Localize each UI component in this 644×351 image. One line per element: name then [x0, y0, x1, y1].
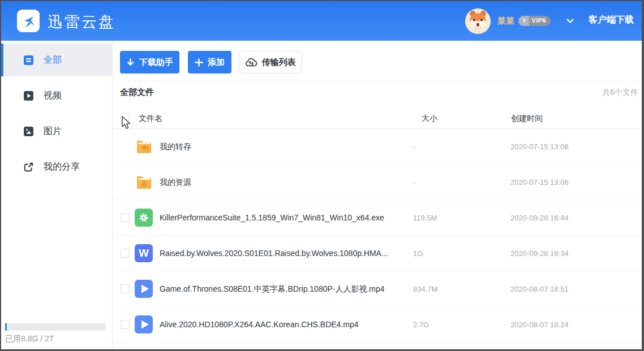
row-checkbox[interactable]	[121, 320, 130, 329]
row-checkbox[interactable]	[121, 284, 130, 293]
file-name[interactable]: Alive.2020.HD1080P.X264.AAC.Korean.CHS.B…	[160, 307, 359, 343]
folder-transfer-icon	[135, 137, 153, 156]
sidebar-item-share[interactable]: 我的分享	[1, 150, 112, 183]
user-menu[interactable]: 菜菜 V VIP6	[465, 1, 574, 41]
user-avatar[interactable]	[465, 8, 491, 34]
cloud-transfer-icon	[245, 57, 257, 67]
client-download-link[interactable]: 客户端下载	[589, 14, 634, 26]
file-name[interactable]: 我的转存	[160, 129, 191, 164]
storage-usage: 已用8.8G / 2T	[5, 323, 105, 344]
file-size: 2.7G	[413, 307, 429, 343]
video-play-icon	[135, 280, 153, 298]
vip-badge[interactable]: V VIP6	[518, 16, 551, 26]
share-icon	[24, 162, 33, 172]
column-header-name: 文件名	[139, 114, 162, 124]
sidebar-item-label: 全部	[44, 54, 62, 66]
plus-icon	[195, 58, 203, 67]
table-row[interactable]: 我的资源 - 2020-07-15 13:06	[113, 164, 642, 200]
file-section-header: 全部文件 共6个文件	[113, 86, 642, 99]
xunlei-cloud-drive-window: 迅雷云盘 菜菜 V VI	[0, 0, 644, 351]
file-size: -	[413, 129, 415, 164]
table-row[interactable]: 我的转存 - 2020-07-15 13:06	[113, 129, 642, 164]
table-row[interactable]: Alive.2020.HD1080P.X264.AAC.Korean.CHS.B…	[113, 307, 642, 343]
storage-text: 已用8.8G / 2T	[5, 334, 105, 344]
transfer-list-label: 传输列表	[262, 57, 296, 68]
sidebar-item-all[interactable]: 全部	[1, 44, 112, 76]
file-name[interactable]: Raised.by.Wolves.2020.S01E01.Raised.by.W…	[160, 236, 388, 271]
file-created: 2020-07-15 13:06	[510, 129, 569, 164]
app-title: 迅雷云盘	[48, 12, 115, 32]
file-size: -	[413, 164, 415, 200]
file-created: 2020-07-15 13:06	[510, 164, 569, 200]
username: 菜菜	[497, 16, 514, 27]
sidebar-item-label: 我的分享	[44, 161, 80, 173]
doc-w-letter: W	[139, 247, 149, 259]
sidebar: 全部 视频 图片 我的分享 已用8.8G / 2T	[1, 41, 113, 349]
file-created: 2020-09-28 16:44	[510, 200, 569, 236]
column-header-created: 创建时间	[511, 114, 543, 124]
storage-progress-bar	[5, 323, 105, 331]
file-name[interactable]: Game.of.Thrones.S08E01.中英字幕.BDrip.1080P-…	[160, 271, 385, 307]
table-row[interactable]: W Raised.by.Wolves.2020.S01E01.Raised.by…	[113, 236, 642, 271]
file-created: 2020-08-07 18:24	[510, 307, 569, 343]
file-list: 我的转存 - 2020-07-15 13:06 我的资源 - 2020-07-1…	[113, 129, 642, 343]
avatar-squirrel-icon	[465, 8, 491, 34]
word-document-icon: W	[135, 244, 153, 263]
add-label: 添加	[208, 57, 225, 68]
sidebar-item-video[interactable]: 视频	[1, 79, 112, 112]
file-size: 119.5M	[413, 200, 437, 236]
all-icon	[24, 55, 33, 65]
file-created: 2020-08-07 18:51	[510, 271, 569, 307]
file-name[interactable]: 我的资源	[160, 164, 191, 200]
file-count: 共6个文件	[602, 88, 638, 98]
main-content: 下载助手 添加 传输列表	[113, 41, 642, 349]
top-header: 迅雷云盘 菜菜 V VI	[1, 1, 642, 41]
sidebar-item-label: 视频	[44, 90, 62, 102]
image-icon	[24, 127, 33, 136]
download-helper-button[interactable]: 下载助手	[120, 51, 179, 73]
file-created: 2020-09-28 16:34	[510, 236, 569, 271]
folder-download-icon	[135, 173, 153, 192]
sidebar-item-label: 图片	[44, 125, 62, 137]
file-name[interactable]: KillerPerformanceSuite_1.5.1859_Win7_Win…	[160, 200, 384, 236]
file-size: 1G	[413, 236, 423, 271]
download-arrow-icon	[126, 58, 135, 67]
chevron-down-icon[interactable]	[566, 16, 574, 26]
sidebar-item-image[interactable]: 图片	[1, 115, 112, 148]
row-checkbox[interactable]	[121, 249, 130, 258]
table-header: 文件名 大小 创建时间	[113, 109, 642, 129]
download-helper-label: 下载助手	[139, 57, 173, 68]
transfer-list-button[interactable]: 传输列表	[239, 51, 302, 73]
add-button[interactable]: 添加	[188, 51, 231, 73]
video-play-icon	[135, 315, 153, 334]
section-title: 全部文件	[120, 87, 154, 98]
file-size: 834.7M	[413, 271, 437, 307]
column-header-size: 大小	[422, 114, 437, 124]
toolbar: 下载助手 添加 传输列表	[113, 41, 642, 81]
app-logo[interactable]	[17, 10, 40, 32]
table-row[interactable]: KillerPerformanceSuite_1.5.1859_Win7_Win…	[113, 200, 642, 236]
video-icon	[24, 91, 33, 101]
vip-v-icon: V	[518, 16, 529, 26]
exe-gear-icon	[135, 209, 153, 227]
row-checkbox[interactable]	[121, 213, 130, 222]
table-row[interactable]: Game.of.Thrones.S08E01.中英字幕.BDrip.1080P-…	[113, 271, 642, 307]
select-all-checkbox[interactable]	[121, 114, 130, 123]
thunder-bird-icon	[20, 13, 36, 29]
storage-progress-fill	[5, 323, 7, 331]
vip-level: VIP6	[529, 16, 551, 26]
